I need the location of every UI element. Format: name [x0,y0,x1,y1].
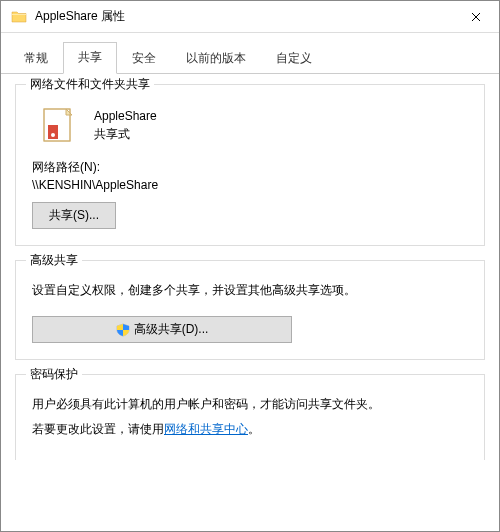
password-line1: 用户必须具有此计算机的用户帐户和密码，才能访问共享文件夹。 [32,395,468,414]
close-button[interactable] [453,1,499,33]
group-password-protection: 密码保护 用户必须具有此计算机的用户帐户和密码，才能访问共享文件夹。 若要更改此… [15,374,485,459]
network-path-value: \\KENSHIN\AppleShare [32,178,468,192]
tab-general[interactable]: 常规 [9,43,63,74]
tab-content: 网络文件和文件夹共享 AppleShare 共享式 网络路径(N): \\KEN… [1,74,499,460]
advanced-share-button[interactable]: 高级共享(D)... [32,316,292,343]
folder-name: AppleShare [94,107,157,125]
folder-icon [11,9,27,25]
group-network-sharing: 网络文件和文件夹共享 AppleShare 共享式 网络路径(N): \\KEN… [15,84,485,246]
tab-customize[interactable]: 自定义 [261,43,327,74]
advanced-description: 设置自定义权限，创建多个共享，并设置其他高级共享选项。 [32,281,468,300]
shared-folder-icon [38,105,78,145]
group-legend: 网络文件和文件夹共享 [26,76,154,93]
share-button[interactable]: 共享(S)... [32,202,116,229]
group-legend: 高级共享 [26,252,82,269]
network-path-label: 网络路径(N): [32,159,468,176]
uac-shield-icon [116,323,130,337]
password-line2-prefix: 若要更改此设置，请使用 [32,422,164,436]
advanced-share-button-label: 高级共享(D)... [134,321,209,338]
tab-previous-versions[interactable]: 以前的版本 [171,43,261,74]
group-legend: 密码保护 [26,366,82,383]
tab-security[interactable]: 安全 [117,43,171,74]
folder-status: 共享式 [94,125,157,143]
tabstrip: 常规 共享 安全 以前的版本 自定义 [1,33,499,74]
password-line2: 若要更改此设置，请使用网络和共享中心。 [32,420,468,439]
group-advanced-sharing: 高级共享 设置自定义权限，创建多个共享，并设置其他高级共享选项。 高级共享(D)… [15,260,485,360]
svg-point-3 [51,133,55,137]
network-sharing-center-link[interactable]: 网络和共享中心 [164,422,248,436]
password-line2-suffix: 。 [248,422,260,436]
window-title: AppleShare 属性 [35,8,453,25]
titlebar: AppleShare 属性 [1,1,499,33]
tab-sharing[interactable]: 共享 [63,42,117,74]
close-icon [471,12,481,22]
shared-folder-row: AppleShare 共享式 [38,105,468,145]
